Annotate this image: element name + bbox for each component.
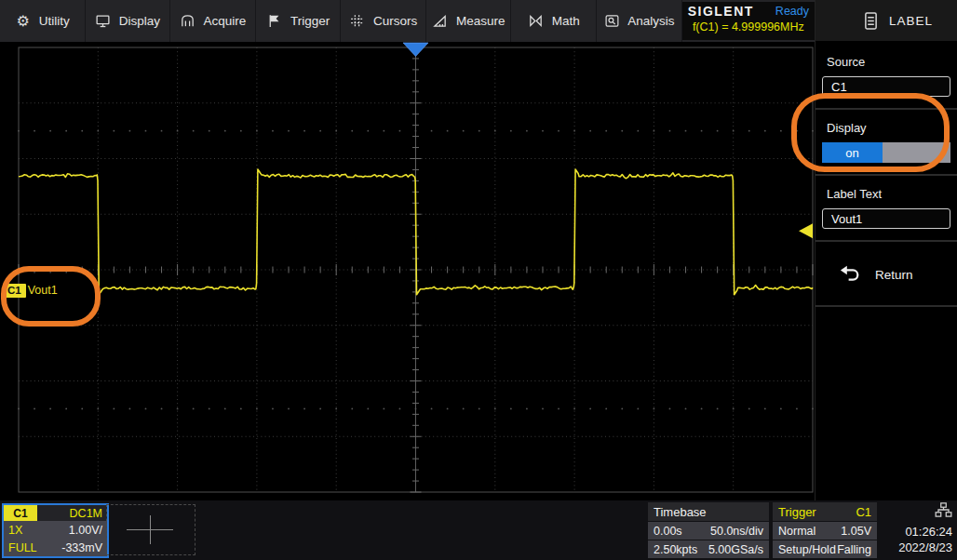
trigger-title: Trigger (778, 505, 816, 519)
graticule-and-trace (0, 42, 815, 500)
source-section: Source C1 (815, 44, 957, 110)
menu-item-label: Utility (39, 14, 70, 28)
display-label: Display (827, 121, 957, 135)
display-section: Display on (815, 110, 957, 176)
display-toggle-off[interactable] (883, 142, 950, 163)
display-toggle[interactable]: on (822, 142, 950, 163)
menu-item-utility[interactable]: ⚙ Utility (0, 0, 86, 42)
channel-offset: -333mV (61, 541, 102, 554)
flag-icon (266, 13, 283, 30)
menu-item-label: Cursors (373, 14, 417, 28)
panel-title: LABEL (889, 14, 933, 28)
menu-item-trigger[interactable]: Trigger (256, 0, 342, 42)
source-select[interactable]: C1 (822, 76, 950, 97)
clock-time: 01:26:24 (867, 525, 952, 539)
network-icon (935, 502, 952, 517)
timebase-box[interactable]: Timebase 0.00s 50.0ns/div 2.50kpts 5.00G… (648, 502, 769, 558)
menu-item-measure[interactable]: Measure (426, 0, 512, 42)
display-toggle-on[interactable]: on (822, 142, 883, 163)
channel-label-text: Vout1 (28, 284, 58, 297)
menu-item-label: Measure (456, 14, 505, 28)
menu-item-math[interactable]: Math (511, 0, 597, 42)
bottom-status-bar: C1 DC1M 1X 1.00V/ FULL -333mV Timebase 0… (0, 500, 957, 560)
label-text-section: Label Text Vout1 (815, 176, 957, 242)
gear-icon: ⚙ (15, 13, 32, 30)
menu-item-label: Acquire (204, 14, 247, 28)
panel-header: LABEL (815, 0, 957, 44)
waveform-display: C1 Vout1 (0, 42, 815, 500)
clock-section: 01:26:24 2022/8/23 (867, 502, 952, 554)
return-button[interactable]: Return (815, 251, 957, 294)
cursors-icon (349, 13, 366, 30)
channel-coupling: DC1M (70, 507, 107, 520)
label-text-label: Label Text (827, 187, 957, 201)
channel-bandwidth: FULL (8, 541, 37, 554)
trigger-mode: Normal (778, 525, 815, 538)
channel-name-chip: C1 (4, 505, 37, 521)
label-icon (864, 12, 878, 30)
label-menu-panel: LABEL Source C1 Display on Label Text Vo… (815, 0, 957, 500)
channel-descriptor-box[interactable]: C1 DC1M 1X 1.00V/ FULL -333mV (2, 503, 109, 558)
channel-probe: 1X (8, 524, 22, 537)
menu-item-label: Display (119, 14, 160, 28)
menu-item-analysis[interactable]: Analysis (597, 0, 682, 42)
timebase-points: 2.50kpts (654, 543, 697, 556)
menu-bar: ⚙ Utility Display Acquire Trigger Curs (0, 0, 815, 42)
menu-item-display[interactable]: Display (86, 0, 171, 42)
add-channel-placeholder[interactable] (106, 504, 195, 555)
acquisition-status: Ready (775, 5, 809, 18)
plus-icon (150, 515, 151, 544)
return-label: Return (875, 268, 913, 282)
timebase-sample-rate: 5.00GSa/s (708, 543, 763, 556)
timebase-scale: 50.0ns/div (710, 525, 763, 538)
timebase-delay: 0.00s (654, 525, 682, 538)
status-box: SIGLENT Ready f(C1) = 4.999996MHz (682, 2, 815, 40)
menu-item-label: Trigger (290, 14, 330, 28)
brand-logo: SIGLENT (688, 4, 754, 19)
measure-icon (432, 13, 449, 30)
return-icon (838, 264, 862, 285)
return-section: Return (815, 242, 957, 307)
trigger-type: Setup/Hold (778, 543, 836, 556)
timebase-title: Timebase (654, 505, 707, 519)
analysis-icon (603, 13, 620, 30)
channel-chip[interactable]: C1 (3, 284, 26, 298)
frequency-readout: f(C1) = 4.999996MHz (682, 19, 815, 33)
display-icon (95, 13, 112, 30)
channel-scale: 1.00V/ (69, 524, 102, 537)
menu-item-label: Math (552, 14, 580, 28)
acquire-icon (180, 13, 196, 30)
trigger-box[interactable]: Trigger C1 Normal 1.05V Setup/Hold Falli… (773, 502, 877, 558)
clock-date: 2022/8/23 (867, 540, 952, 554)
oscilloscope-screen: ⚙ Utility Display Acquire Trigger Curs (0, 0, 957, 560)
source-label: Source (827, 55, 957, 69)
menu-item-label: Analysis (627, 14, 674, 28)
menu-item-cursors[interactable]: Cursors (341, 0, 426, 42)
menu-item-acquire[interactable]: Acquire (170, 0, 256, 42)
label-text-input[interactable]: Vout1 (822, 208, 950, 229)
channel-label[interactable]: C1 Vout1 (3, 283, 58, 298)
math-icon (528, 13, 545, 30)
